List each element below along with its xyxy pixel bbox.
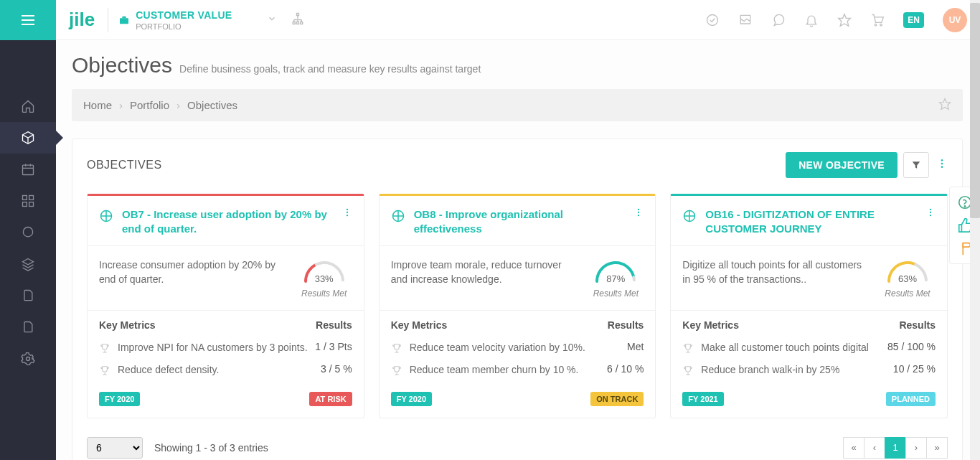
gauge-label: Results Met — [885, 288, 930, 299]
filter-icon — [911, 160, 921, 170]
card-menu-button[interactable] — [342, 207, 352, 220]
svg-point-28 — [941, 159, 943, 161]
star-icon — [938, 98, 951, 111]
svg-point-92 — [964, 206, 965, 207]
sidebar-item-settings[interactable] — [0, 343, 56, 375]
objective-card: OB7 - Increase user adoption by 20% by e… — [87, 194, 364, 418]
star-icon — [837, 13, 852, 27]
card-menu-button[interactable] — [633, 207, 644, 220]
target-icon — [391, 209, 405, 223]
new-objective-button[interactable]: NEW OBJECTIVE — [786, 152, 897, 178]
pagination: «‹1›» — [844, 437, 948, 459]
divider — [108, 8, 108, 32]
metric-result: 1 / 3 Pts — [315, 341, 352, 352]
logo[interactable]: jile — [69, 9, 95, 31]
fy-tag: FY 2020 — [391, 392, 432, 406]
svg-rect-10 — [29, 202, 34, 207]
svg-rect-16 — [296, 22, 298, 24]
language-selector[interactable]: EN — [903, 12, 924, 28]
sidebar-item-home[interactable] — [0, 90, 56, 122]
gauge: 63% Results Met — [880, 258, 936, 299]
sidebar-item-docs2[interactable] — [0, 311, 56, 343]
check-icon-button[interactable] — [705, 13, 720, 27]
briefcase-icon — [118, 14, 130, 26]
bell-icon-button[interactable] — [804, 13, 819, 27]
svg-marker-24 — [839, 14, 851, 26]
sidebar-item-calendar[interactable] — [0, 154, 56, 185]
cart-icon-button[interactable] — [870, 13, 885, 27]
layers-icon — [21, 257, 35, 271]
trophy-icon — [99, 342, 110, 354]
svg-point-75 — [930, 212, 931, 213]
svg-line-58 — [598, 274, 598, 277]
svg-point-26 — [880, 24, 882, 25]
breadcrumb-portfolio[interactable]: Portfolio — [130, 99, 169, 111]
results-header: Results — [608, 319, 644, 331]
panel-menu-button[interactable] — [936, 158, 948, 172]
page-button[interactable]: 1 — [885, 437, 906, 459]
trophy-icon — [682, 365, 694, 376]
kebab-icon — [925, 207, 936, 217]
gauge: 87% Results Met — [588, 258, 644, 299]
results-header: Results — [899, 319, 936, 331]
svg-line-79 — [891, 271, 892, 273]
svg-line-89 — [924, 273, 925, 276]
files-icon — [21, 288, 35, 303]
metrics-header: Key Metrics — [391, 319, 448, 331]
metric-label: Reduce branch walk-in by 25% — [701, 363, 886, 377]
page-size-select[interactable]: 6 — [87, 437, 143, 459]
metric-result: 10 / 25 % — [893, 363, 936, 375]
objective-card: OB16 - DIGITIZATION OF ENTIRE CUSTOMER J… — [670, 194, 948, 418]
page-button[interactable]: ‹ — [864, 437, 885, 459]
page-button[interactable]: « — [843, 437, 864, 459]
card-title[interactable]: OB8 - Improve organizational effectivene… — [414, 207, 626, 237]
speech-icon — [21, 225, 35, 240]
context-selector[interactable]: CUSTOMER VALUE PORTFOLIO — [136, 9, 232, 31]
panel-title: OBJECTIVES — [87, 159, 162, 172]
sitemap-button[interactable] — [291, 12, 304, 28]
svg-line-43 — [320, 263, 323, 263]
metric-result: 85 / 100 % — [887, 341, 936, 352]
sidebar-item-objectives[interactable] — [0, 122, 56, 154]
results-header: Results — [316, 319, 352, 331]
svg-point-11 — [23, 227, 32, 237]
favorite-button[interactable] — [938, 98, 951, 113]
chat-icon-button[interactable] — [771, 13, 786, 27]
svg-line-63 — [612, 263, 615, 263]
svg-point-54 — [638, 209, 639, 210]
svg-rect-9 — [23, 202, 27, 207]
kebab-icon — [936, 158, 948, 169]
metric-label: Reduce team member churn by 10 %. — [410, 363, 600, 377]
inbox-icon-button[interactable] — [738, 13, 753, 27]
page-button[interactable]: » — [926, 437, 948, 459]
svg-line-88 — [922, 269, 923, 271]
trophy-icon — [391, 342, 402, 354]
svg-line-80 — [893, 267, 895, 269]
svg-line-49 — [341, 273, 341, 276]
breadcrumb-home[interactable]: Home — [83, 99, 112, 111]
card-description: Digitize all touch points for all custom… — [682, 258, 871, 287]
filter-button[interactable] — [903, 152, 929, 178]
sidebar — [0, 0, 56, 460]
page-button[interactable]: › — [905, 437, 927, 459]
card-title[interactable]: OB7 - Increase user adoption by 20% by e… — [122, 207, 334, 237]
user-avatar[interactable]: UV — [943, 8, 967, 32]
sidebar-item-apps[interactable] — [0, 185, 56, 217]
context-dropdown[interactable] — [267, 14, 277, 27]
svg-line-38 — [306, 274, 306, 277]
grid-icon — [21, 194, 35, 208]
metrics-header: Key Metrics — [682, 319, 739, 331]
svg-point-56 — [638, 215, 639, 216]
sidebar-item-layers[interactable] — [0, 248, 56, 280]
card-menu-button[interactable] — [925, 207, 936, 220]
svg-line-82 — [900, 263, 903, 264]
menu-toggle[interactable] — [0, 0, 56, 40]
objective-card: OB8 - Improve organizational effectivene… — [379, 194, 656, 418]
card-title[interactable]: OB16 - DIGITIZATION OF ENTIRE CUSTOMER J… — [705, 207, 917, 237]
scrollbar[interactable] — [970, 0, 980, 460]
svg-line-48 — [339, 269, 340, 271]
gauge: 33% Results Met — [296, 258, 352, 299]
star-icon-button[interactable] — [837, 13, 852, 27]
sidebar-item-chat[interactable] — [0, 217, 56, 248]
sidebar-item-docs[interactable] — [0, 280, 56, 311]
